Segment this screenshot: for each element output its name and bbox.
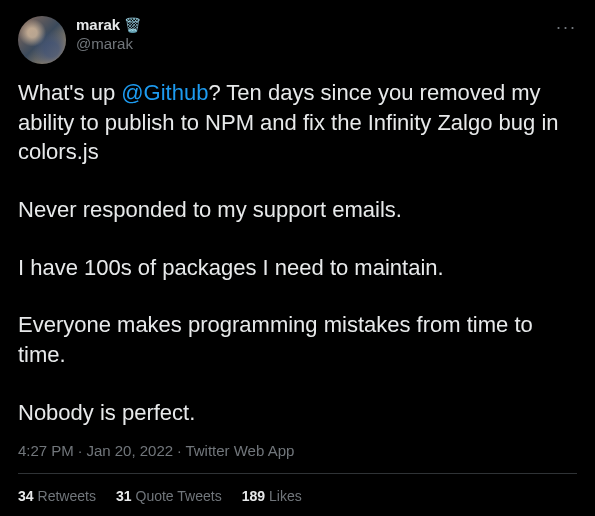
avatar[interactable] (18, 16, 66, 64)
likes-count: 189 (242, 488, 265, 504)
paragraph-4: Everyone makes programming mistakes from… (18, 310, 577, 369)
quotes-label: Quote Tweets (136, 488, 222, 504)
display-name: marak (76, 16, 120, 35)
retweets-stat[interactable]: 34Retweets (18, 488, 96, 504)
tweet-date[interactable]: Jan 20, 2022 (86, 442, 173, 459)
tweet-header: marak 🗑️ @marak ··· (18, 16, 577, 64)
tweet-text: What's up @Github? Ten days since you re… (18, 78, 577, 428)
tweet-container: marak 🗑️ @marak ··· What's up @Github? T… (0, 0, 595, 516)
mention-github[interactable]: @Github (121, 80, 208, 105)
paragraph-5: Nobody is perfect. (18, 398, 577, 428)
quotes-stat[interactable]: 31Quote Tweets (116, 488, 222, 504)
paragraph-3: I have 100s of packages I need to mainta… (18, 253, 577, 283)
paragraph-1: What's up @Github? Ten days since you re… (18, 78, 577, 167)
separator: · (74, 442, 87, 459)
tweet-time[interactable]: 4:27 PM (18, 442, 74, 459)
quotes-count: 31 (116, 488, 132, 504)
paragraph-2: Never responded to my support emails. (18, 195, 577, 225)
user-names[interactable]: marak 🗑️ @marak (76, 16, 546, 54)
separator: · (173, 442, 185, 459)
retweets-count: 34 (18, 488, 34, 504)
retweets-label: Retweets (38, 488, 96, 504)
more-icon[interactable]: ··· (556, 16, 577, 36)
text: What's up (18, 80, 121, 105)
likes-stat[interactable]: 189Likes (242, 488, 302, 504)
name-emoji: 🗑️ (124, 17, 141, 35)
user-handle: @marak (76, 35, 546, 54)
tweet-meta: 4:27 PM · Jan 20, 2022 · Twitter Web App (18, 442, 577, 474)
likes-label: Likes (269, 488, 302, 504)
tweet-stats: 34Retweets 31Quote Tweets 189Likes (18, 474, 577, 517)
tweet-source[interactable]: Twitter Web App (185, 442, 294, 459)
